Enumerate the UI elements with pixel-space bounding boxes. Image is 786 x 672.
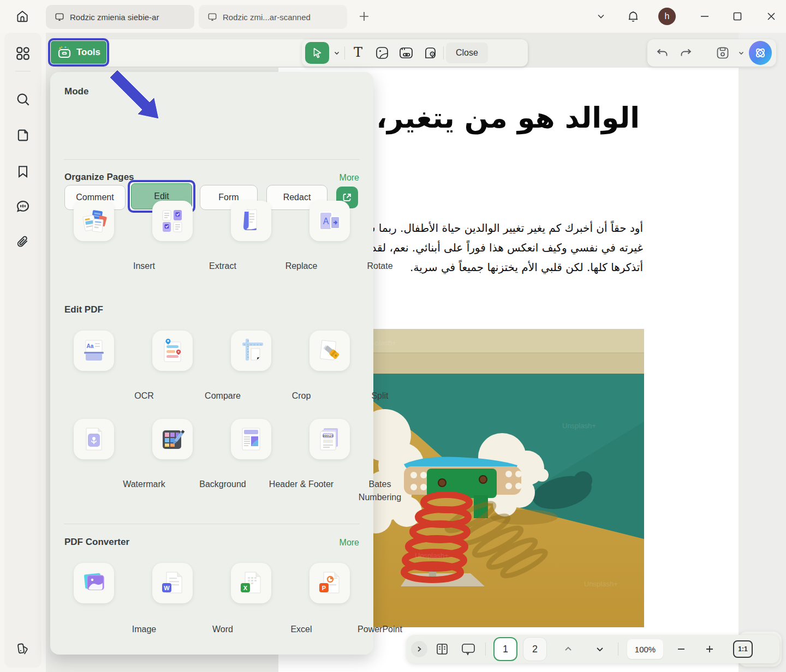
chevron-right-icon	[416, 646, 422, 652]
sidebar-item-search[interactable]	[14, 91, 32, 108]
text-tool-icon: T	[351, 46, 365, 60]
add-location-button[interactable]	[419, 42, 441, 64]
tile-label-background: Background	[187, 478, 258, 491]
close-window-button[interactable]	[762, 7, 781, 26]
footer-expand-button[interactable]	[411, 641, 427, 657]
tile-label-word: Word	[187, 623, 258, 636]
replace-pages-icon	[239, 208, 263, 233]
crop-icon	[238, 338, 264, 364]
svg-text:X: X	[243, 585, 248, 591]
title-bar: Rodzic zmienia siebie-ar Rodzic zmi...ar…	[0, 0, 786, 33]
minimize-icon	[699, 10, 711, 22]
tile-to-excel[interactable]: X	[231, 563, 271, 603]
home-icon	[15, 9, 29, 23]
save-button[interactable]	[712, 42, 733, 64]
zoom-out-button[interactable]	[672, 640, 690, 658]
tile-to-powerpoint[interactable]: P	[309, 563, 350, 603]
svg-text:000123: 000123	[323, 435, 333, 438]
notifications-button[interactable]	[624, 7, 642, 26]
tile-label-image: Image	[109, 623, 180, 636]
home-button[interactable]	[13, 7, 32, 26]
minus-icon	[676, 644, 686, 654]
zoom-level-display[interactable]: 100%	[627, 639, 663, 659]
tile-header-footer[interactable]	[231, 419, 271, 459]
undo-button[interactable]	[652, 42, 672, 64]
new-tab-button[interactable]	[355, 7, 373, 26]
tools-panel: Mode Comment Edit Form Redact Organize P…	[50, 72, 373, 655]
minimize-button[interactable]	[695, 7, 714, 26]
tile-background[interactable]	[152, 419, 193, 459]
sidebar-item-bookmarks[interactable]	[14, 163, 32, 180]
tile-insert[interactable]	[74, 201, 114, 241]
paperclip-icon	[15, 235, 31, 250]
add-text-button[interactable]: T	[347, 42, 369, 64]
converter-more-link[interactable]: More	[340, 538, 359, 548]
tab-document-2[interactable]: Rodzic zmi...ar-scanned	[199, 5, 347, 29]
avatar[interactable]: h	[658, 8, 676, 25]
tile-label-extract: Extract	[187, 260, 258, 273]
sidebar-item-thumbnails[interactable]	[14, 45, 32, 62]
page-thumb-2[interactable]: 2	[523, 637, 547, 661]
tile-compare[interactable]	[152, 331, 193, 371]
sidebar-item-themes[interactable]	[14, 640, 32, 658]
tile-label-rotate: Rotate	[344, 260, 415, 273]
organize-more-link[interactable]: More	[340, 173, 359, 183]
footer-divider	[485, 643, 486, 656]
tile-extract[interactable]	[152, 201, 193, 241]
next-page-button[interactable]	[591, 640, 609, 658]
titlebar-collapse-button[interactable]	[592, 7, 610, 26]
tile-to-word[interactable]: W	[152, 563, 193, 603]
svg-text:A: A	[323, 217, 329, 226]
add-link-button[interactable]	[395, 42, 417, 64]
tile-ocr[interactable]: Aa	[74, 331, 114, 371]
tile-replace[interactable]	[231, 201, 271, 241]
bell-icon	[626, 9, 640, 23]
chevron-down-icon	[596, 645, 604, 653]
sidebar-item-comments[interactable]	[14, 198, 32, 215]
tile-split[interactable]	[309, 331, 350, 371]
tile-to-image[interactable]	[74, 563, 114, 603]
page-layout-button[interactable]	[433, 640, 451, 658]
edit-toolbar: T Close	[302, 39, 528, 67]
tile-bates[interactable]: 000123	[309, 419, 350, 459]
footer-divider	[618, 643, 618, 656]
page-1-label: 1	[503, 644, 508, 655]
to-powerpoint-icon: P	[317, 570, 342, 596]
close-edit-button[interactable]: Close	[446, 43, 488, 63]
presentation-icon	[461, 642, 476, 656]
tab-label: Rodzic zmienia siebie-ar	[70, 13, 159, 22]
to-excel-icon: X	[239, 570, 264, 596]
undo-icon	[656, 46, 669, 59]
close-edit-label: Close	[456, 48, 478, 58]
add-image-button[interactable]	[371, 42, 393, 64]
tools-button[interactable]: Tools	[51, 41, 106, 64]
maximize-button[interactable]	[728, 7, 747, 26]
svg-text:Unsplash+: Unsplash+	[584, 580, 618, 588]
select-tool-button[interactable]	[305, 42, 329, 64]
select-tool-dropdown[interactable]	[331, 42, 342, 64]
chevron-down-icon	[738, 50, 745, 56]
zoom-in-button[interactable]	[700, 640, 719, 658]
tab-document-1[interactable]: Rodzic zmienia siebie-ar	[46, 5, 194, 29]
ai-assistant-button[interactable]	[749, 41, 772, 65]
document-tab-icon	[55, 12, 64, 22]
tile-crop[interactable]	[231, 331, 271, 371]
sidebar-item-pages[interactable]	[14, 127, 32, 144]
ocr-icon: Aa	[81, 338, 107, 363]
page-thumb-1[interactable]: 1	[493, 637, 517, 661]
svg-text:Aa: Aa	[87, 343, 94, 349]
previous-page-button[interactable]	[559, 640, 577, 658]
search-icon	[15, 91, 31, 107]
tile-watermark[interactable]	[74, 419, 114, 459]
save-icon	[716, 46, 730, 60]
tile-label-insert: Insert	[109, 260, 180, 273]
history-save-toolbar	[647, 39, 776, 67]
tile-rotate[interactable]: A	[309, 201, 350, 241]
image-tool-icon	[375, 46, 389, 60]
presentation-button[interactable]	[459, 640, 478, 658]
actual-size-button[interactable]: 1:1	[733, 640, 753, 658]
redo-button[interactable]	[676, 42, 696, 64]
sidebar-item-attachments[interactable]	[14, 234, 32, 251]
close-icon	[765, 10, 777, 22]
save-dropdown[interactable]	[736, 42, 746, 64]
